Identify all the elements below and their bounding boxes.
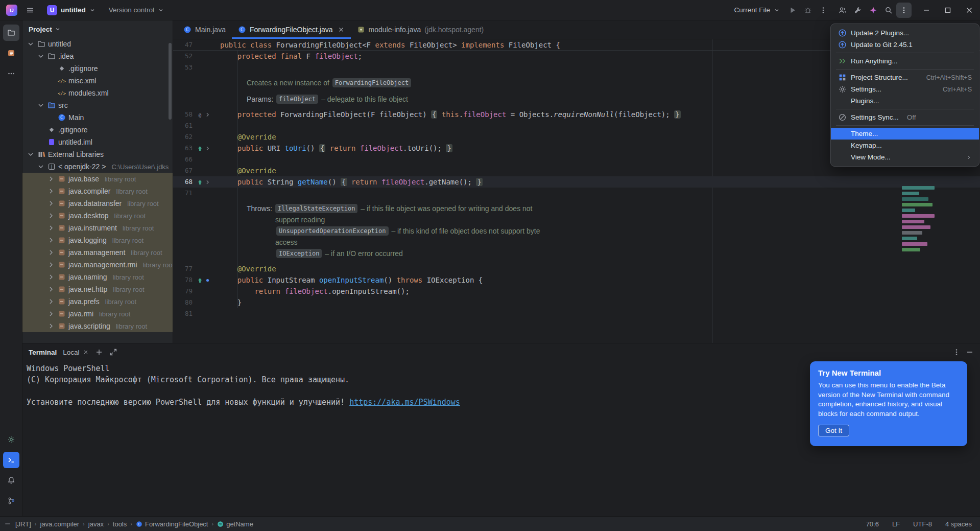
hide-terminal-icon[interactable] [966,348,974,356]
got-it-button[interactable]: Got It [818,425,849,436]
breadcrumb-java.compiler[interactable]: java.compiler [40,520,80,528]
main-menu-burger-button[interactable] [22,3,38,18]
editor-tab-module-info.java[interactable]: module-info.java(jdk.hotspot.agent) [351,20,490,39]
rendered-doc-line[interactable]: access [173,237,980,248]
tree-item-java.logging[interactable]: java.logginglibrary root [22,234,173,246]
project-widget[interactable]: U untitled [43,3,100,17]
chevron-down-icon[interactable] [27,150,35,158]
notifications-tool-button[interactable] [3,472,19,489]
chevron-right-icon[interactable] [47,187,55,195]
debug-button[interactable] [800,3,816,18]
indent-widget[interactable]: 4 spaces [945,520,972,528]
more-tool-windows-button[interactable] [3,65,19,82]
line-separator-widget[interactable]: LF [892,520,900,528]
chevron-right-icon[interactable] [47,175,55,183]
menu-item-view-mode[interactable]: View Mode... [831,151,979,163]
close-icon[interactable] [83,349,89,355]
code-line-80[interactable]: 80 } [173,297,980,308]
chevron-right-icon[interactable] [47,236,55,244]
tree-item-untitled.iml[interactable]: untitled.iml [22,136,173,148]
fold-arrow-icon[interactable] [204,111,211,118]
menu-item-run-anything[interactable]: Run Anything... [831,55,979,67]
chevron-right-icon[interactable] [47,248,55,257]
run-more-kebab-button[interactable] [816,3,831,18]
code-line-71[interactable]: 71 [173,188,980,199]
chevron-down-icon[interactable] [27,40,35,48]
tree-item-java.base[interactable]: java.baselibrary root [22,173,173,185]
chevron-right-icon[interactable] [47,322,55,330]
editor-tab-main.java[interactable]: CMain.java [177,20,232,39]
tree-item-java.compiler[interactable]: java.compilerlibrary root [22,185,173,197]
rendered-doc-line[interactable]: IOException – if an I/O error occurred [173,248,980,259]
code-line-79[interactable]: 79 return fileObject.openInputStream(); [173,286,980,297]
close-window-button[interactable] [959,0,980,20]
chevron-right-icon[interactable] [47,297,55,306]
settings-tool-button[interactable] [3,431,19,448]
rendered-doc-line[interactable]: UnsupportedOperationException – if this … [173,225,980,237]
expand-terminal-icon[interactable] [109,348,117,356]
rendered-doc-line[interactable]: Throws: IllegalStateException – if this … [173,203,980,214]
fold-arrow-icon[interactable] [204,145,211,152]
breadcrumb-forwardingfileobject[interactable]: CForwardingFileObject [136,520,208,528]
chevron-down-icon[interactable] [37,163,45,171]
terminal-tab-local[interactable]: Local [63,349,88,356]
version-control-tool-button[interactable] [3,493,19,509]
code-with-me-button[interactable] [835,3,850,18]
tree-item-java.scripting[interactable]: java.scriptinglibrary root [22,320,173,332]
tree-item-.gitignore[interactable]: .gitignore [22,124,173,136]
tree-item-java.net.http[interactable]: java.net.httplibrary root [22,283,173,295]
menu-item-project-structure[interactable]: Project Structure...Ctrl+Alt+Shift+S [831,72,979,83]
tree-item-external-libraries[interactable]: External Libraries [22,148,173,160]
tree-item-openjdk-22[interactable]: J< openjdk-22 >C:\Users\User\.jdks [22,160,173,173]
terminal-tool-button[interactable] [3,452,19,468]
tree-item-java.management.rmi[interactable]: java.management.rmilibrary root [22,259,173,271]
breadcrumb-tools[interactable]: tools [113,520,127,528]
chevron-right-icon[interactable] [47,273,55,281]
breadcrumb-javax[interactable]: javax [88,520,104,528]
maximize-button[interactable] [937,0,959,20]
tree-item-java.prefs[interactable]: java.prefslibrary root [22,295,173,308]
terminal-link[interactable]: https://aka.ms/PSWindows [349,398,460,407]
project-panel-header[interactable]: Project [22,20,173,38]
implementing-method-gutter-icon[interactable] [197,277,203,284]
minimap[interactable] [902,186,946,251]
code-line-68[interactable]: 68 public String getName() { return file… [173,176,980,188]
code-line-77[interactable]: 77 @Override [173,263,980,274]
editor-tab-forwardingfileobject.java[interactable]: CForwardingFileObject.java [232,20,351,39]
tree-item-main[interactable]: CMain [22,111,173,124]
commit-tool-button[interactable] [3,45,19,61]
tree-item-java.desktop[interactable]: java.desktoplibrary root [22,210,173,222]
menu-item-plugins[interactable]: Plugins... [831,95,979,107]
menu-item-update-2-plugins[interactable]: Update 2 Plugins... [831,27,979,39]
encoding-widget[interactable]: UTF-8 [913,520,932,528]
breadcrumb-jrt[interactable]: [JRT] [15,520,31,528]
code-line-81[interactable]: 81 [173,308,980,319]
tree-item-java.naming[interactable]: java.naminglibrary root [22,271,173,283]
menu-item-theme[interactable]: Theme... [831,128,979,140]
fold-arrow-icon[interactable] [204,179,211,186]
menu-item-settings-sync[interactable]: Settings Sync...Off [831,111,979,123]
tree-item-java.management[interactable]: java.managementlibrary root [22,246,173,259]
rendered-doc-line[interactable]: support reading [173,214,980,225]
chevron-right-icon[interactable] [47,285,55,293]
menu-item-keymap[interactable]: Keymap... [831,140,979,151]
tree-item-untitled[interactable]: untitled [22,38,173,50]
chevron-right-icon[interactable] [47,199,55,207]
chevron-right-icon[interactable] [47,261,55,269]
project-scrollbar[interactable] [169,43,172,120]
caret-position-widget[interactable]: 70:6 [866,520,879,528]
code-line-67[interactable]: 67 @Override [173,165,980,176]
project-tool-button[interactable] [3,25,19,41]
annotation-gutter-icon[interactable]: @ [197,111,203,118]
ai-assistant-button[interactable] [866,3,881,18]
terminal-options-kebab-icon[interactable] [952,348,961,356]
close-tab-icon[interactable] [338,26,345,33]
implementing-method-gutter-icon[interactable] [197,145,203,152]
minimize-button[interactable] [916,0,937,20]
build-button[interactable] [850,3,866,18]
chevron-right-icon[interactable] [47,310,55,318]
chevron-down-icon[interactable] [37,52,45,60]
code-line-78[interactable]: 78 public InputStream openInputStream() … [173,274,980,286]
tree-item-java.datatransfer[interactable]: java.datatransferlibrary root [22,197,173,210]
chevron-right-icon[interactable] [47,212,55,220]
